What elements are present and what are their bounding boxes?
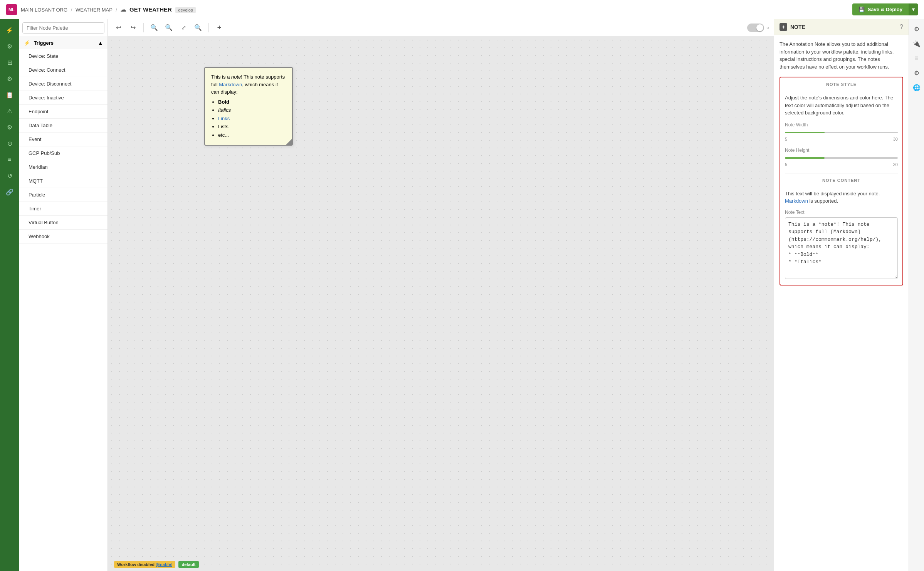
panel-divider bbox=[785, 173, 898, 173]
top-bar: ML MAIN LOSANT ORG / WEATHER MAP / ☁ GET… bbox=[0, 0, 924, 19]
sidebar-icon-10[interactable]: 🔗 bbox=[2, 184, 17, 200]
palette-item-virtual-button[interactable]: Virtual Button bbox=[19, 216, 108, 230]
right-icon-settings[interactable]: ⚙ bbox=[910, 22, 923, 35]
right-icon-globe[interactable]: 🌐 bbox=[910, 81, 923, 94]
app-logo: ML bbox=[6, 4, 17, 15]
sidebar-icon-9[interactable]: ↺ bbox=[2, 168, 17, 183]
note-card-markdown-link[interactable]: Markdown bbox=[219, 82, 242, 87]
palette-item-particle[interactable]: Particle bbox=[19, 188, 108, 202]
env-badge: develop bbox=[175, 7, 196, 13]
palette-item-device-state[interactable]: Device: State bbox=[19, 49, 108, 63]
canvas-status: Workflow disabled [Enable] default bbox=[108, 558, 774, 571]
redo-button[interactable]: ↪ bbox=[127, 22, 139, 34]
sidebar-icon-1[interactable]: ⚙ bbox=[2, 39, 17, 54]
note-width-slider-container bbox=[785, 130, 898, 135]
workflow-toggle[interactable] bbox=[747, 24, 764, 32]
sidebar-icon-0[interactable]: ⚡ bbox=[2, 22, 17, 38]
note-style-description: Adjust the note's dimensions and color h… bbox=[785, 94, 898, 117]
toggle-label: ○ bbox=[766, 25, 769, 30]
note-content-description: This text will be displayed inside your … bbox=[785, 190, 898, 205]
note-card-intro: This is a note! This note supports full … bbox=[211, 73, 286, 96]
sidebar-icon-4[interactable]: 📋 bbox=[2, 87, 17, 102]
note-list-item-links: Links bbox=[218, 115, 286, 123]
sidebar-icon-6[interactable]: ⚙ bbox=[2, 119, 17, 135]
toolbar-sep-2 bbox=[208, 23, 209, 32]
right-icon-list[interactable]: ≡ bbox=[910, 52, 923, 65]
sidebar-icon-2[interactable]: ⊞ bbox=[2, 55, 17, 70]
save-deploy-dropdown[interactable]: ▾ bbox=[909, 3, 918, 15]
note-list-item-bold: Bold bbox=[218, 98, 286, 106]
note-height-min: 5 bbox=[785, 162, 787, 167]
breadcrumb-area: ML MAIN LOSANT ORG / WEATHER MAP / ☁ GET… bbox=[6, 4, 196, 15]
status-enable-link[interactable]: [Enable] bbox=[156, 562, 172, 567]
breadcrumb: MAIN LOSANT ORG / WEATHER MAP / ☁ GET WE… bbox=[21, 6, 196, 13]
note-content-desc-after: is supported. bbox=[808, 198, 838, 204]
sidebar-icon-3[interactable]: ⚙ bbox=[2, 71, 17, 86]
palette-item-device-connect[interactable]: Device: Connect bbox=[19, 63, 108, 77]
palette-item-device-disconnect[interactable]: Device: Disconnect bbox=[19, 77, 108, 91]
note-width-group: Note Width 5 30 bbox=[785, 122, 898, 141]
note-list-item-etc: etc... bbox=[218, 131, 286, 139]
toolbar-sep-1 bbox=[143, 23, 144, 32]
lightning-icon: ⚡ bbox=[24, 40, 30, 46]
palette-filter-input[interactable] bbox=[22, 22, 104, 34]
canvas-content[interactable]: This is a note! This note supports full … bbox=[108, 36, 774, 571]
note-list-item-lists: Lists bbox=[218, 123, 286, 131]
palette-section-triggers[interactable]: ⚡ Triggers ▲ bbox=[19, 37, 108, 49]
zoom-out-button[interactable]: 🔍 bbox=[148, 22, 160, 34]
palette-item-event[interactable]: Event bbox=[19, 133, 108, 146]
note-plus-icon: + bbox=[780, 23, 787, 31]
right-icon-plug[interactable]: 🔌 bbox=[910, 37, 923, 50]
palette-item-meridian[interactable]: Meridian bbox=[19, 160, 108, 174]
zoom-in-button[interactable]: 🔍 bbox=[163, 22, 175, 34]
search-button[interactable]: 🔍 bbox=[192, 22, 204, 34]
right-panel-body: The Annotation Note allows you to add ad… bbox=[774, 35, 909, 571]
palette-item-mqtt[interactable]: MQTT bbox=[19, 174, 108, 188]
breadcrumb-map[interactable]: WEATHER MAP bbox=[76, 7, 113, 13]
note-height-slider-container bbox=[785, 155, 898, 161]
toggle-area: ○ bbox=[747, 24, 769, 32]
breadcrumb-org[interactable]: MAIN LOSANT ORG bbox=[21, 7, 67, 13]
note-card[interactable]: This is a note! This note supports full … bbox=[204, 67, 293, 146]
right-icon-gear[interactable]: ⚙ bbox=[910, 66, 923, 79]
note-content-title: NOTE CONTENT bbox=[785, 178, 898, 186]
right-icon-sidebar: ⚙ 🔌 ≡ ⚙ 🌐 bbox=[909, 19, 924, 571]
status-default-badge: default bbox=[178, 561, 198, 568]
palette-item-data-table[interactable]: Data Table bbox=[19, 119, 108, 133]
fit-button[interactable]: ⤢ bbox=[178, 22, 189, 34]
undo-button[interactable]: ↩ bbox=[113, 22, 124, 34]
status-disabled-badge[interactable]: Workflow disabled [Enable] bbox=[114, 561, 175, 568]
palette-item-webhook[interactable]: Webhook bbox=[19, 230, 108, 244]
save-icon: 💾 bbox=[858, 7, 865, 12]
note-style-title: NOTE STYLE bbox=[785, 82, 898, 90]
note-list-links-link[interactable]: Links bbox=[218, 116, 230, 121]
note-width-label: Note Width bbox=[785, 122, 898, 128]
add-button[interactable]: + bbox=[213, 22, 225, 34]
right-panel: + NOTE ? The Annotation Note allows you … bbox=[774, 19, 909, 571]
palette-item-timer[interactable]: Timer bbox=[19, 202, 108, 216]
note-card-list: Bold Italics Links Lists etc... bbox=[211, 98, 286, 139]
palette-item-gcp-pubsub[interactable]: GCP Pub/Sub bbox=[19, 146, 108, 160]
palette-item-device-inactive[interactable]: Device: Inactive bbox=[19, 91, 108, 105]
sidebar-icon-5[interactable]: ⚠ bbox=[2, 103, 17, 119]
sidebar-icon-7[interactable]: ⊙ bbox=[2, 136, 17, 151]
palette-items: Device: State Device: Connect Device: Di… bbox=[19, 49, 108, 571]
node-palette: ⚡ Triggers ▲ Device: State Device: Conne… bbox=[19, 19, 108, 571]
note-height-group: Note Height 5 30 bbox=[785, 148, 898, 167]
palette-item-endpoint[interactable]: Endpoint bbox=[19, 105, 108, 119]
right-panel-title: + NOTE bbox=[780, 23, 805, 31]
right-panel-title-text: NOTE bbox=[790, 24, 805, 30]
help-icon[interactable]: ? bbox=[900, 24, 903, 30]
sidebar-icon-8[interactable]: ≡ bbox=[2, 152, 17, 167]
right-panel-header: + NOTE ? bbox=[774, 19, 909, 35]
note-text-textarea[interactable] bbox=[785, 217, 898, 279]
note-width-min: 5 bbox=[785, 137, 787, 141]
note-content-markdown-link[interactable]: Markdown bbox=[785, 198, 808, 204]
toggle-knob bbox=[756, 24, 763, 31]
main-layout: ⚡ ⚙ ⊞ ⚙ 📋 ⚠ ⚙ ⊙ ≡ ↺ 🔗 ⚡ Triggers ▲ Devic… bbox=[0, 19, 924, 571]
save-deploy-button[interactable]: 💾 Save & Deploy ▾ bbox=[852, 3, 918, 15]
note-content-desc-before: This text will be displayed inside your … bbox=[785, 191, 880, 196]
note-width-max: 30 bbox=[893, 137, 898, 141]
breadcrumb-sep-1: / bbox=[71, 7, 72, 13]
note-width-minmax: 5 30 bbox=[785, 137, 898, 141]
